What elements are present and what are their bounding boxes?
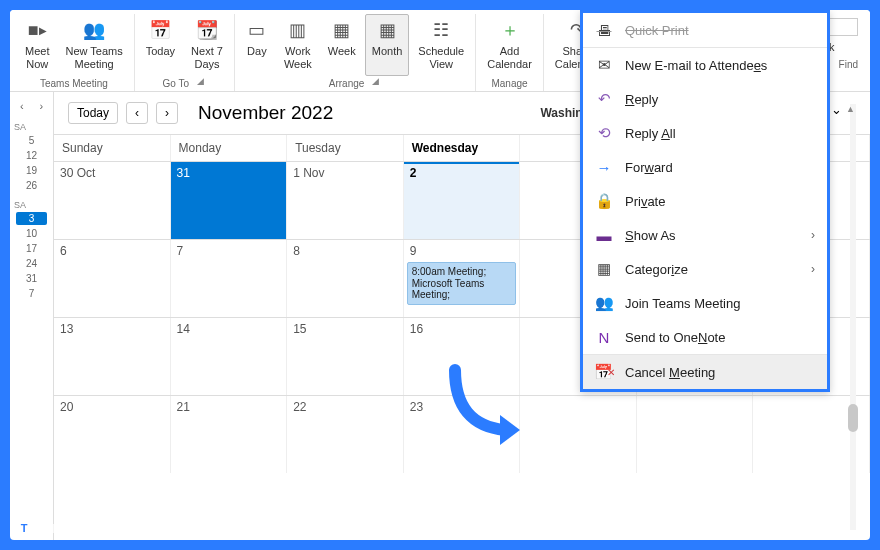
mini-next-button[interactable]: ›	[39, 100, 43, 112]
schedule-view-button[interactable]: ☷ScheduleView	[411, 14, 471, 76]
week-icon: ▦	[333, 19, 350, 43]
dialog-launcher-icon[interactable]: ◢	[370, 76, 381, 91]
watermark: T TEMPLATE.NET	[16, 520, 139, 536]
menu-forward[interactable]: →Forward	[583, 150, 827, 184]
menu-categorize[interactable]: ▦Categorize›	[583, 252, 827, 286]
group-label: Go To	[163, 76, 190, 91]
menu-join-teams[interactable]: 👥Join Teams Meeting	[583, 286, 827, 320]
day-cell[interactable]: 8	[287, 240, 404, 317]
day-cell[interactable]: 13	[54, 318, 171, 395]
month-icon: ▦	[379, 19, 396, 43]
teams-icon: 👥	[83, 19, 105, 43]
reply-icon: ↶	[595, 90, 613, 108]
mail-icon: ✉	[595, 56, 613, 74]
video-icon: ■▶	[28, 19, 47, 43]
menu-onenote[interactable]: NSend to OneNote	[583, 320, 827, 354]
day-cell[interactable]	[637, 396, 754, 473]
day-cell[interactable]: 98:00am Meeting; Microsoft Teams Meeting…	[404, 240, 521, 317]
next-month-button[interactable]: ›	[156, 102, 178, 124]
mini-day-label: SA	[10, 192, 53, 212]
day-view-button[interactable]: ▭Day	[239, 14, 275, 76]
work-week-icon: ▥	[289, 19, 306, 43]
mini-prev-button[interactable]: ‹	[20, 100, 24, 112]
menu-private[interactable]: 🔒Private	[583, 184, 827, 218]
day-cell[interactable]: 30 Oct	[54, 162, 171, 239]
mini-calendar: ‹› SA 5 12 19 26 SA 3 10 17 24 31 7	[10, 92, 54, 540]
mini-days: 5 12 19 26	[10, 134, 53, 192]
week-view-button[interactable]: ▦Week	[321, 14, 363, 76]
context-menu: 🖶Quick Print ✉New E-mail to Attendees ↶R…	[580, 10, 830, 392]
day-cell[interactable]: 7	[171, 240, 288, 317]
lock-icon: 🔒	[595, 192, 613, 210]
menu-cancel-meeting[interactable]: 📅✕Cancel Meeting	[583, 354, 827, 389]
forward-icon: →	[595, 158, 613, 176]
today-button[interactable]: 📅Today	[139, 14, 182, 76]
scroll-up-icon[interactable]: ▲	[846, 104, 855, 114]
menu-new-email[interactable]: ✉New E-mail to Attendees	[583, 48, 827, 82]
calendar-today-icon: 📅	[149, 19, 171, 43]
onenote-icon: N	[595, 328, 613, 346]
meet-now-button[interactable]: ■▶MeetNow	[18, 14, 56, 76]
work-week-view-button[interactable]: ▥WorkWeek	[277, 14, 319, 76]
month-view-button[interactable]: ▦Month	[365, 14, 410, 76]
menu-show-as[interactable]: ▬Show As›	[583, 218, 827, 252]
calendar-event[interactable]: 8:00am Meeting; Microsoft Teams Meeting;	[407, 262, 517, 305]
teams-icon: 👥	[595, 294, 613, 312]
busy-icon: ▬	[595, 226, 613, 244]
add-calendar-button[interactable]: ＋AddCalendar	[480, 14, 539, 76]
cancel-meeting-icon: 📅✕	[595, 363, 613, 381]
plus-icon: ＋	[501, 19, 519, 43]
reply-all-icon: ⟲	[595, 124, 613, 142]
day-cell[interactable]: 20	[54, 396, 171, 473]
mini-days: 3 10 17 24 31 7	[10, 212, 53, 300]
day-cell[interactable]: 6	[54, 240, 171, 317]
day-icon: ▭	[248, 19, 265, 43]
group-label: Arrange	[329, 76, 365, 91]
group-label: Manage	[491, 76, 527, 91]
scrollbar[interactable]: ▲	[846, 104, 860, 530]
day-cell[interactable]	[520, 396, 637, 473]
new-teams-meeting-button[interactable]: 👥New TeamsMeeting	[58, 14, 129, 76]
day-cell[interactable]: 21	[171, 396, 288, 473]
menu-reply-all[interactable]: ⟲Reply All	[583, 116, 827, 150]
group-label: Teams Meeting	[40, 76, 108, 91]
categories-icon: ▦	[595, 260, 613, 278]
annotation-arrow	[445, 360, 535, 454]
logo-icon: T	[16, 520, 32, 536]
day-cell[interactable]: 15	[287, 318, 404, 395]
month-title: November 2022	[198, 102, 333, 124]
calendar-7-icon: 📆	[196, 19, 218, 43]
submenu-arrow-icon: ›	[811, 262, 815, 276]
day-cell[interactable]: 31	[171, 162, 288, 239]
prev-month-button[interactable]: ‹	[126, 102, 148, 124]
chevron-down-icon: ⌄	[831, 102, 842, 117]
menu-quick-print[interactable]: 🖶Quick Print	[583, 13, 827, 48]
day-cell[interactable]: 14	[171, 318, 288, 395]
printer-icon: 🖶	[595, 21, 613, 39]
scroll-thumb[interactable]	[848, 404, 858, 432]
dialog-launcher-icon[interactable]: ◢	[195, 76, 206, 91]
day-cell[interactable]: 2	[404, 162, 521, 239]
today-nav-button[interactable]: Today	[68, 102, 118, 124]
submenu-arrow-icon: ›	[811, 228, 815, 242]
day-cell[interactable]: 1 Nov	[287, 162, 404, 239]
day-cell[interactable]: 22	[287, 396, 404, 473]
next-7-days-button[interactable]: 📆Next 7Days	[184, 14, 230, 76]
menu-reply[interactable]: ↶Reply	[583, 82, 827, 116]
schedule-icon: ☷	[433, 19, 449, 43]
mini-day-label: SA	[10, 114, 53, 134]
